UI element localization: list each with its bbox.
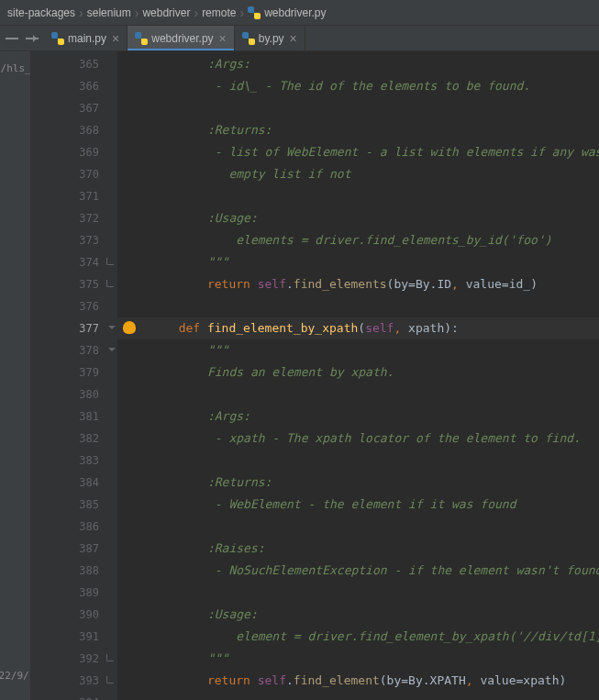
code-line[interactable]: """	[117, 251, 599, 273]
line-number[interactable]: 385	[31, 494, 117, 516]
line-number[interactable]: 372	[31, 207, 117, 229]
fold-end-icon[interactable]	[106, 654, 114, 661]
line-number[interactable]: 369	[31, 141, 117, 163]
code-line[interactable]	[117, 97, 599, 119]
breadcrumb-item[interactable]: webdriver.py	[248, 6, 326, 19]
token-str: :Usage:	[207, 607, 258, 621]
code-line[interactable]	[117, 185, 599, 207]
token-p: =	[401, 673, 408, 687]
code-area[interactable]: :Args: - id\_ - The id of the elements t…	[117, 51, 599, 700]
code-line[interactable]	[117, 516, 599, 538]
token-kw: ,	[451, 277, 466, 291]
code-line[interactable]	[117, 692, 599, 700]
code-line[interactable]: - list of WebElement - a list with eleme…	[117, 141, 599, 163]
token-str: - xpath - The xpath locator of the eleme…	[207, 431, 581, 445]
code-line[interactable]: def find_element_by_xpath(self, xpath):	[117, 317, 599, 339]
fold-end-icon[interactable]	[106, 676, 114, 683]
line-number[interactable]: 374	[31, 251, 117, 273]
line-number[interactable]: 384	[31, 472, 117, 494]
line-number[interactable]: 367	[31, 97, 117, 119]
line-number[interactable]: 391	[31, 626, 117, 648]
line-number[interactable]: 377	[31, 317, 117, 339]
breadcrumb[interactable]: site-packages › selenium › webdriver › r…	[0, 0, 599, 26]
line-number[interactable]: 386	[31, 516, 117, 538]
line-number[interactable]: 382	[31, 428, 117, 450]
code-line[interactable]: :Args:	[117, 406, 599, 428]
code-line[interactable]: - WebElement - the element if it was fou…	[117, 494, 599, 516]
token-str: empty list if not	[207, 167, 351, 181]
code-line[interactable]: return self.find_elements(by=By.ID, valu…	[117, 273, 599, 295]
tree-text: 022/9/	[0, 670, 29, 682]
breadcrumb-item[interactable]: selenium	[87, 6, 131, 19]
code-line[interactable]: elements = driver.find_elements_by_id('f…	[117, 229, 599, 251]
code-line[interactable]: :Args:	[117, 53, 599, 75]
breadcrumb-item[interactable]: remote	[202, 6, 236, 19]
project-pane-sliver[interactable]: s/hls_ 022/9/	[0, 51, 31, 700]
code-line[interactable]: """	[117, 339, 599, 361]
lightbulb-icon[interactable]	[123, 321, 136, 334]
python-file-icon	[51, 32, 64, 45]
line-number[interactable]: 375	[31, 273, 117, 295]
line-number[interactable]: 394	[31, 692, 117, 700]
token-str: :Returns:	[207, 123, 272, 137]
line-number[interactable]: 383	[31, 450, 117, 472]
line-number[interactable]: 370	[31, 163, 117, 185]
close-icon[interactable]: ×	[219, 31, 227, 46]
line-number[interactable]: 371	[31, 185, 117, 207]
line-number[interactable]: 379	[31, 361, 117, 383]
token-param: value	[466, 277, 502, 291]
collapse-icon[interactable]	[6, 38, 18, 39]
line-number[interactable]: 390	[31, 604, 117, 626]
token-str: Finds an element by xpath.	[207, 365, 394, 379]
code-line[interactable]	[117, 295, 599, 317]
code-line[interactable]: element = driver.find_element_by_xpath('…	[117, 626, 599, 648]
token-p: =	[502, 277, 509, 291]
line-number-gutter[interactable]: 3653663673683693703713723733743753763773…	[31, 51, 117, 700]
breadcrumb-item[interactable]: webdriver	[142, 6, 190, 19]
line-number[interactable]: 387	[31, 538, 117, 560]
code-line[interactable]: :Returns:	[117, 119, 599, 141]
tab-main-py[interactable]: main.py×	[44, 26, 128, 50]
line-number[interactable]: 389	[31, 582, 117, 604]
code-line[interactable]: :Usage:	[117, 604, 599, 626]
line-number[interactable]: 392	[31, 648, 117, 670]
line-number[interactable]: 368	[31, 119, 117, 141]
line-number[interactable]: 378	[31, 339, 117, 361]
fold-end-icon[interactable]	[106, 258, 114, 265]
close-icon[interactable]: ×	[112, 31, 119, 46]
fold-end-icon[interactable]	[106, 280, 114, 287]
line-number[interactable]: 373	[31, 229, 117, 251]
line-number[interactable]: 393	[31, 670, 117, 692]
code-line[interactable]: empty list if not	[117, 163, 599, 185]
code-line[interactable]: - id\_ - The id of the elements to be fo…	[117, 75, 599, 97]
line-number[interactable]: 366	[31, 75, 117, 97]
token-str: - NoSuchElementException - if the elemen…	[207, 563, 599, 577]
code-line[interactable]: - NoSuchElementException - if the elemen…	[117, 560, 599, 582]
chevron-right-icon: ›	[79, 6, 83, 20]
code-line[interactable]: """	[117, 648, 599, 670]
code-line[interactable]: :Returns:	[117, 472, 599, 494]
expand-icon[interactable]	[26, 38, 39, 39]
tab-webdriver-py[interactable]: webdriver.py×	[128, 26, 235, 50]
token-p: xpath):	[408, 321, 459, 335]
breadcrumb-item[interactable]: site-packages	[7, 6, 75, 19]
code-line[interactable]: Finds an element by xpath.	[117, 361, 599, 383]
code-line[interactable]: :Usage:	[117, 207, 599, 229]
fold-start-icon[interactable]	[108, 348, 116, 355]
tab-by-py[interactable]: by.py×	[235, 26, 305, 50]
line-number[interactable]: 380	[31, 383, 117, 406]
code-line[interactable]: :Raises:	[117, 538, 599, 560]
line-number[interactable]: 376	[31, 295, 117, 317]
code-line[interactable]: return self.find_element(by=By.XPATH, va…	[117, 670, 599, 692]
code-line[interactable]: - xpath - The xpath locator of the eleme…	[117, 428, 599, 450]
line-number[interactable]: 388	[31, 560, 117, 582]
line-number[interactable]: 365	[31, 53, 117, 75]
fold-start-icon[interactable]	[108, 326, 116, 333]
code-line[interactable]	[117, 383, 599, 406]
line-number[interactable]: 381	[31, 406, 117, 428]
token-param: value	[480, 673, 516, 687]
code-line[interactable]	[117, 582, 599, 604]
close-icon[interactable]: ×	[290, 31, 297, 46]
code-line[interactable]	[117, 450, 599, 472]
token-p: =	[408, 277, 416, 291]
